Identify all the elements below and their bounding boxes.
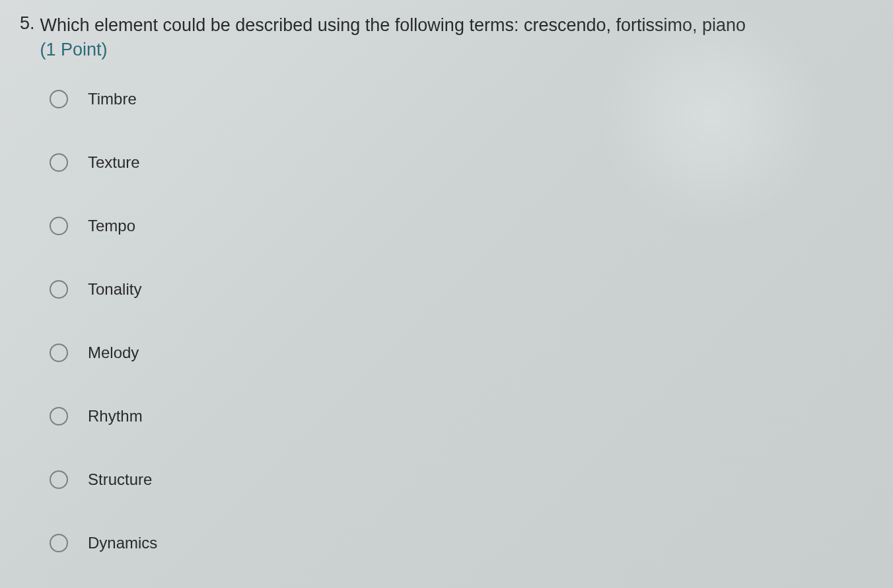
option-label: Structure — [88, 470, 152, 489]
option-tempo[interactable]: Tempo — [50, 217, 873, 235]
option-label: Dynamics — [88, 534, 157, 552]
points-label: (1 Point) — [40, 40, 873, 60]
option-structure[interactable]: Structure — [50, 470, 873, 489]
option-melody[interactable]: Melody — [50, 344, 873, 362]
option-label: Texture — [88, 153, 140, 172]
radio-icon — [50, 280, 68, 299]
option-label: Melody — [88, 344, 139, 362]
radio-icon — [50, 407, 68, 425]
option-label: Timbre — [88, 90, 137, 108]
question-text: Which element could be described using t… — [40, 13, 873, 38]
option-texture[interactable]: Texture — [50, 153, 873, 172]
option-label: Rhythm — [88, 407, 143, 425]
question-container: 5. Which element could be described usin… — [20, 13, 873, 552]
question-header: 5. Which element could be described usin… — [20, 13, 873, 60]
radio-icon — [50, 153, 68, 172]
question-number: 5. — [20, 13, 35, 34]
radio-icon — [50, 534, 68, 552]
option-dynamics[interactable]: Dynamics — [50, 534, 873, 552]
option-label: Tempo — [88, 217, 135, 235]
radio-icon — [50, 344, 68, 362]
radio-icon — [50, 217, 68, 235]
radio-icon — [50, 470, 68, 489]
option-label: Tonality — [88, 280, 141, 299]
radio-icon — [50, 90, 68, 108]
options-list: Timbre Texture Tempo Tonality Melody Rhy… — [20, 90, 873, 552]
option-tonality[interactable]: Tonality — [50, 280, 873, 299]
option-timbre[interactable]: Timbre — [50, 90, 873, 108]
option-rhythm[interactable]: Rhythm — [50, 407, 873, 425]
question-text-wrapper: Which element could be described using t… — [40, 13, 873, 60]
